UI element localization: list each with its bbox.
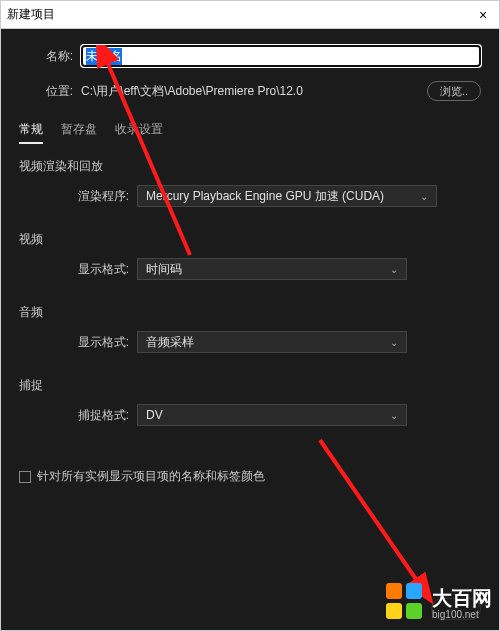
capture-format-value: DV (146, 408, 163, 422)
chevron-down-icon: ⌄ (390, 410, 398, 421)
chevron-down-icon: ⌄ (420, 191, 428, 202)
watermark-url: big100.net (432, 609, 492, 620)
watermark-brand: 大百网 (432, 587, 492, 609)
audio-format-value: 音频采样 (146, 334, 194, 351)
watermark-logo (384, 581, 428, 625)
capture-format-row: 捕捉格式: DV ⌄ (39, 404, 481, 426)
audio-format-row: 显示格式: 音频采样 ⌄ (39, 331, 481, 353)
chevron-down-icon: ⌄ (390, 264, 398, 275)
section-capture: 捕捉 捕捉格式: DV ⌄ (19, 377, 481, 434)
titlebar: 新建项目 × (1, 1, 499, 29)
display-name-checkbox-label: 针对所有实例显示项目项的名称和标签颜色 (37, 468, 265, 485)
section-audio: 音频 显示格式: 音频采样 ⌄ (19, 304, 481, 361)
svg-line-0 (105, 57, 190, 255)
tab-general[interactable]: 常规 (19, 121, 43, 144)
capture-format-select[interactable]: DV ⌄ (137, 404, 407, 426)
chevron-down-icon: ⌄ (390, 337, 398, 348)
annotation-arrow-1 (80, 45, 210, 265)
section-capture-title: 捕捉 (19, 377, 481, 394)
section-audio-title: 音频 (19, 304, 481, 321)
location-label: 位置: (19, 83, 73, 100)
name-label: 名称: (19, 48, 73, 65)
svg-line-1 (320, 440, 420, 585)
watermark-text: 大百网 big100.net (432, 587, 492, 620)
close-icon[interactable]: × (473, 7, 493, 23)
window-title: 新建项目 (7, 6, 55, 23)
browse-button[interactable]: 浏览.. (427, 81, 481, 101)
display-name-checkbox[interactable] (19, 471, 31, 483)
audio-format-select[interactable]: 音频采样 ⌄ (137, 331, 407, 353)
capture-format-label: 捕捉格式: (39, 407, 129, 424)
audio-format-label: 显示格式: (39, 334, 129, 351)
watermark: 大百网 big100.net (384, 581, 492, 625)
